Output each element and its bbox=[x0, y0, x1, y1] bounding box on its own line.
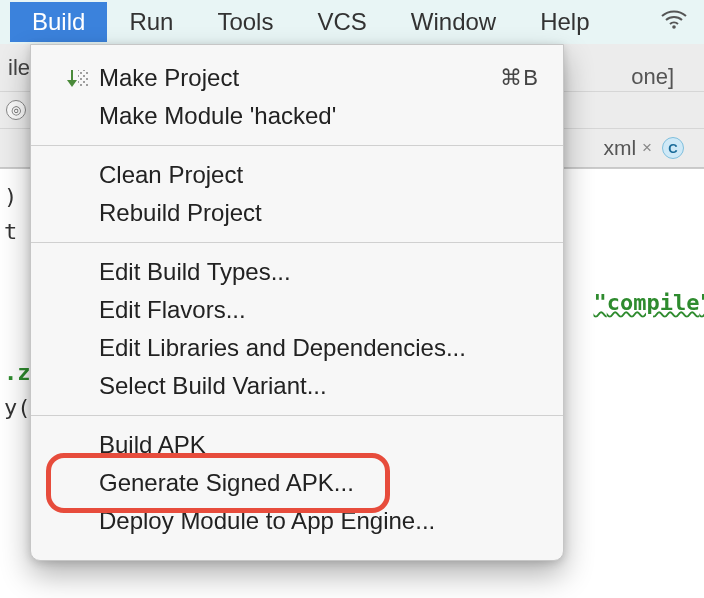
svg-point-0 bbox=[672, 25, 676, 29]
menu-item-select-build-variant[interactable]: Select Build Variant... bbox=[31, 367, 563, 405]
menu-separator bbox=[31, 242, 563, 243]
menu-item-label: Make Module 'hacked' bbox=[99, 102, 539, 130]
menu-item-label: Clean Project bbox=[99, 161, 539, 189]
target-icon: ◎ bbox=[6, 100, 26, 120]
menu-item-edit-flavors[interactable]: Edit Flavors... bbox=[31, 291, 563, 329]
menu-help[interactable]: Help bbox=[518, 2, 611, 42]
menu-item-shortcut: ⌘B bbox=[500, 65, 539, 91]
menu-item-rebuild-project[interactable]: Rebuild Project bbox=[31, 194, 563, 232]
string-literal: "compile" bbox=[593, 290, 704, 315]
tab-xml[interactable]: xml × bbox=[603, 136, 652, 160]
toolbar-left-fragment: ile bbox=[8, 55, 30, 81]
c-file-icon[interactable]: C bbox=[662, 137, 684, 159]
menu-item-label: Edit Libraries and Dependencies... bbox=[99, 334, 539, 362]
menu-item-generate-signed-apk[interactable]: Generate Signed APK... bbox=[31, 464, 563, 502]
menu-item-clean-project[interactable]: Clean Project bbox=[31, 156, 563, 194]
menu-item-label: Generate Signed APK... bbox=[99, 469, 539, 497]
menu-item-edit-build-types[interactable]: Edit Build Types... bbox=[31, 253, 563, 291]
menu-run[interactable]: Run bbox=[107, 2, 195, 42]
tab-xml-label: xml bbox=[603, 136, 636, 160]
menu-item-label: Build APK bbox=[99, 431, 539, 459]
menu-item-make-project[interactable]: Make Project ⌘B bbox=[31, 59, 563, 97]
menu-item-label: Edit Build Types... bbox=[99, 258, 539, 286]
menu-separator bbox=[31, 145, 563, 146]
menu-vcs[interactable]: VCS bbox=[295, 2, 388, 42]
menu-item-label: Deploy Module to App Engine... bbox=[99, 507, 539, 535]
wifi-icon bbox=[660, 8, 688, 36]
close-icon[interactable]: × bbox=[642, 138, 652, 158]
menubar: Build Run Tools VCS Window Help bbox=[0, 0, 704, 44]
menu-item-build-apk[interactable]: Build APK bbox=[31, 426, 563, 464]
menu-tools[interactable]: Tools bbox=[195, 2, 295, 42]
menu-item-edit-libraries[interactable]: Edit Libraries and Dependencies... bbox=[31, 329, 563, 367]
menu-build[interactable]: Build bbox=[10, 2, 107, 42]
menu-item-deploy-app-engine[interactable]: Deploy Module to App Engine... bbox=[31, 502, 563, 540]
menu-window[interactable]: Window bbox=[389, 2, 518, 42]
make-project-icon bbox=[59, 68, 99, 88]
menu-item-make-module[interactable]: Make Module 'hacked' bbox=[31, 97, 563, 135]
menu-separator bbox=[31, 415, 563, 416]
toolbar-right-fragment: one] bbox=[631, 64, 674, 90]
menu-item-label: Edit Flavors... bbox=[99, 296, 539, 324]
build-menu-dropdown: Make Project ⌘B Make Module 'hacked' Cle… bbox=[30, 44, 564, 561]
menu-item-label: Select Build Variant... bbox=[99, 372, 539, 400]
menu-item-label: Make Project bbox=[99, 64, 500, 92]
menu-item-label: Rebuild Project bbox=[99, 199, 539, 227]
